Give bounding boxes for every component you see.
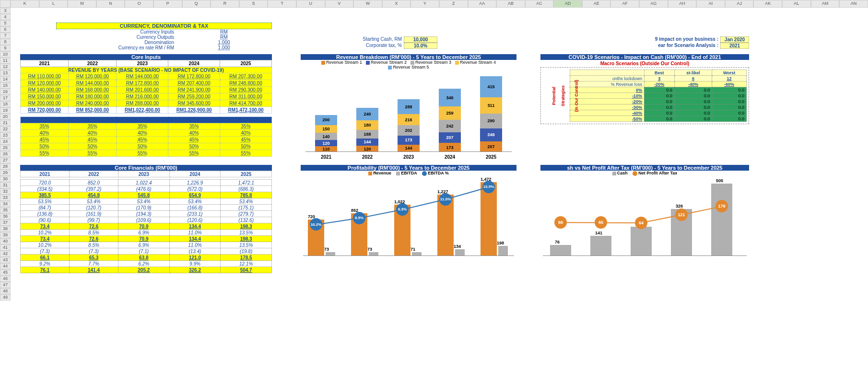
rev-cell[interactable]: RM 120,000.00 [69,73,117,80]
rev-cell[interactable]: RM 311,000.00 [220,93,272,100]
cog-cell[interactable]: 50% [21,143,69,150]
scen-row-pct[interactable]: -50% [570,116,645,122]
rev-cell[interactable]: RM 172,800.00 [117,80,168,87]
cf-cell: (170.9) [118,205,169,211]
rev-cell[interactable]: RM 248,800.00 [220,80,272,87]
legend-item: Cash [612,171,628,175]
rev-cell[interactable]: RM 207,300.00 [220,73,272,80]
cog-cell[interactable]: 45% [21,137,69,143]
scenario-year-input[interactable]: 2021 [720,43,749,49]
chart3-legend: Cash Net Profit After Tax [540,171,749,176]
currency-val[interactable]: RM [176,29,272,35]
year-header: 2024 [168,60,220,67]
rev-cell[interactable]: RM 216,000.00 [117,93,168,100]
ebitda-pct-dot: 8.5% [353,212,365,224]
column-headers[interactable]: KLMNOPQRSTUVWXYZAAABACADAEAFAGAHAIAJAKAL… [0,0,868,8]
cf-cell: (132.6) [221,217,272,223]
rev-cell[interactable]: RM 241,900.00 [168,87,220,93]
scen-months[interactable]: 12 [712,76,747,81]
rev-total-cell: RM1,472,100.00 [220,107,272,114]
cf-cell: 13.5% [221,242,272,248]
cog-cell[interactable]: 35% [69,123,117,130]
scen-months[interactable]: 3 [644,76,674,81]
chart2-legend: Revenue EBITDA EBITDA % [301,171,516,176]
rev-cell[interactable]: RM 200,000.00 [21,100,69,107]
rev-cell[interactable]: RM 290,300.00 [220,87,272,93]
cog-cell[interactable]: 35% [117,123,168,130]
currency-title: CURRENCY, DENOMINATOR & TAX [56,23,272,29]
cog-cell[interactable]: 45% [168,137,220,143]
scen-revloss[interactable]: -20% [644,81,674,87]
scen-value-cell: 0.0 [644,93,674,99]
npat-dot: 121 [675,209,688,221]
rev-cell[interactable]: RM 207,400.00 [168,80,220,87]
cog-cell[interactable]: 40% [168,130,220,137]
rev-cell[interactable]: RM 120,000.00 [21,80,69,87]
scen-value-cell: 0.0 [712,104,747,110]
cf-cell: 385.5 [21,192,70,198]
cog-cell[interactable]: 45% [69,137,117,143]
cog-cell[interactable]: 35% [220,123,272,130]
cog-cell[interactable]: 35% [168,123,220,130]
rev-cell[interactable]: RM 140,000.00 [21,87,69,93]
row-headers[interactable]: 3456789101112131415161718192021222324252… [0,8,11,301]
rev-cell[interactable]: RM 180,000.00 [69,93,117,100]
cf-cell: 53.4% [221,198,272,205]
scen-revloss[interactable]: -40% [674,81,712,87]
scen-row-pct[interactable]: -20% [570,99,645,104]
rev-cell[interactable]: RM 414,700.00 [220,100,272,107]
rev-cell[interactable]: RM 144,000.00 [69,80,117,87]
scen-row-pct[interactable]: -40% [570,110,645,116]
rev-cell[interactable]: RM 288,000.00 [117,100,168,107]
cog-cell[interactable]: 55% [220,150,272,157]
cog-cell[interactable]: 40% [69,130,117,137]
rev-cell[interactable]: RM 259,200.00 [168,93,220,100]
scen-sub: Macro Scenarios (Outside Our Control) [540,61,749,66]
cog-cell[interactable]: 50% [168,143,220,150]
bar-segment: 173 [398,136,420,145]
core-inputs-table[interactable]: 20212022202320242025REVENUE BY YEARS (BA… [20,60,272,157]
cog-cell[interactable]: 55% [168,150,220,157]
scen-row-pct[interactable]: 0% [570,87,645,93]
cog-cell[interactable]: 50% [117,143,168,150]
currency-val[interactable]: 1.000 [176,45,272,50]
cog-cell[interactable]: 40% [220,130,272,137]
cog-cell[interactable]: 45% [220,137,272,143]
scen-revloss[interactable]: -60% [712,81,747,87]
rev-cell[interactable]: RM 201,600.00 [117,87,168,93]
scen-row-pct[interactable]: -10% [570,93,645,99]
bar-segment: 207 [439,132,461,143]
category-label: 2024 [439,154,461,160]
cog-cell[interactable]: 45% [117,137,168,143]
scen-value-cell: 0.0 [644,87,674,93]
scen-months[interactable]: 6 [674,76,712,81]
currency-val[interactable]: 1,000 [176,40,272,45]
starting-cash-input[interactable]: 10,000 [404,36,437,43]
corp-tax-input[interactable]: 10.0% [404,43,437,49]
scen-table[interactable]: Bestst-likelWorstonths lockdown3612% Rev… [570,70,747,122]
core-fin-table[interactable]: 20212022202320242025720.0852.01,022.41,2… [20,171,272,273]
scen-row-pct[interactable]: -30% [570,104,645,110]
cog-cell[interactable]: 35% [21,123,69,130]
impact-month-input[interactable]: Jan 2020 [720,36,749,43]
cog-cell[interactable]: 50% [220,143,272,150]
cog-cell[interactable]: 40% [117,130,168,137]
currency-val[interactable]: RM [176,35,272,40]
rev-cell[interactable]: RM 150,000.00 [21,93,69,100]
scen-value-cell: 0.0 [712,116,747,122]
cog-cell[interactable]: 55% [117,150,168,157]
cog-cell[interactable]: 55% [69,150,117,157]
cog-cell[interactable]: 40% [21,130,69,137]
rev-cell[interactable]: RM 168,000.00 [69,87,117,93]
rev-cell[interactable]: RM 240,000.00 [69,100,117,107]
cog-cell[interactable]: 50% [69,143,117,150]
cf-cell: 720.0 [21,180,70,186]
rev-cell[interactable]: RM 172,800.00 [168,73,220,80]
rev-cell[interactable]: RM 110,000.00 [21,73,69,80]
cf-cell: 73.4 [21,223,70,230]
bar-segment: 180 [356,120,378,129]
corp-tax-label: Corporate tax, % [337,43,404,49]
cog-cell[interactable]: 55% [21,150,69,157]
rev-cell[interactable]: RM 144,000.00 [117,73,168,80]
rev-cell[interactable]: RM 345,600.00 [168,100,220,107]
